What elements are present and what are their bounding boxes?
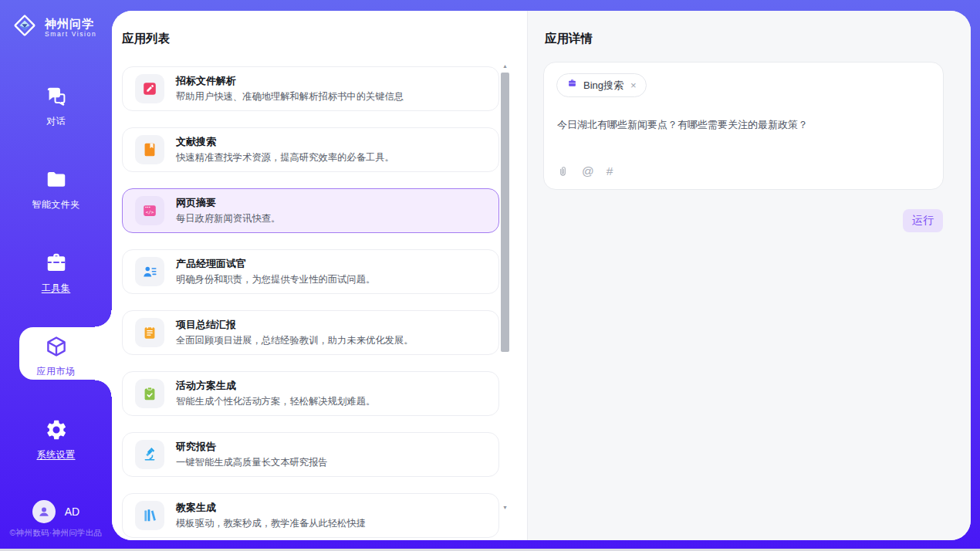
doc-pen-icon xyxy=(135,74,164,103)
copyright: ©神州数码·神州问学出品 xyxy=(0,528,112,539)
app-card-description: 快速精准查找学术资源，提高研究效率的必备工具。 xyxy=(176,151,394,164)
mention-at-icon[interactable]: @ xyxy=(582,164,594,178)
sidebar-item-label: 智能文件夹 xyxy=(0,198,112,211)
sidebar-item-market[interactable]: 应用市场 xyxy=(0,335,112,378)
run-button[interactable]: 运行 xyxy=(903,209,943,232)
folder-icon xyxy=(45,168,68,191)
app-card-title: 活动方案生成 xyxy=(176,379,375,393)
tool-tag-label: Bing搜索 xyxy=(583,79,623,93)
brand-name: 神州问学 xyxy=(45,17,96,30)
chat-icon xyxy=(45,85,68,108)
sidebar: 神州问学 Smart Vision 对话智能文件夹工具集应用市场系统设置 AD … xyxy=(0,0,112,551)
diamond-logo-icon xyxy=(11,12,39,42)
query-input-text[interactable]: 今日湖北有哪些新闻要点？有哪些需要关注的最新政策？ xyxy=(557,118,931,132)
briefcase-icon xyxy=(566,78,578,93)
app-card-title: 招标文件解析 xyxy=(176,74,404,88)
app-card[interactable]: </>网页摘要每日政府新闻资讯快查。 xyxy=(122,188,499,233)
paperclip-icon[interactable] xyxy=(556,165,569,178)
app-card-title: 项目总结汇报 xyxy=(176,318,413,332)
app-card-title: 文献搜索 xyxy=(176,135,394,149)
brand-subtitle: Smart Vision xyxy=(45,30,96,38)
scrollbar-thumb[interactable] xyxy=(501,73,509,352)
app-card-description: 明确身份和职责，为您提供专业性的面试问题。 xyxy=(176,273,375,286)
app-card[interactable]: 招标文件解析帮助用户快速、准确地理解和解析招标书中的关键信息 xyxy=(122,66,499,111)
sidebar-item-label: 应用市场 xyxy=(0,365,112,378)
microscope-icon xyxy=(135,440,164,469)
app-card-title: 教案生成 xyxy=(176,501,366,515)
app-detail-title: 应用详情 xyxy=(545,31,593,47)
app-card[interactable]: 文献搜索快速精准查找学术资源，提高研究效率的必备工具。 xyxy=(122,127,499,172)
app-list-section: 应用列表 招标文件解析帮助用户快速、准确地理解和解析招标书中的关键信息文献搜索快… xyxy=(112,11,527,540)
app-card-description: 帮助用户快速、准确地理解和解析招标书中的关键信息 xyxy=(176,90,404,103)
main-panel: 应用列表 招标文件解析帮助用户快速、准确地理解和解析招标书中的关键信息文献搜索快… xyxy=(112,11,971,540)
user-profile[interactable]: AD xyxy=(0,500,112,523)
sidebar-item-label: 系统设置 xyxy=(0,448,112,461)
avatar xyxy=(32,500,56,523)
clipboard-check-icon xyxy=(135,379,164,408)
sidebar-item-label: 工具集 xyxy=(0,282,112,295)
app-card[interactable]: 研究报告一键智能生成高质量长文本研究报告 xyxy=(122,432,499,477)
toolbox-icon xyxy=(45,252,68,275)
app-card[interactable]: 产品经理面试官明确身份和职责，为您提供专业性的面试问题。 xyxy=(122,249,499,294)
app-card-title: 网页摘要 xyxy=(176,196,280,210)
sidebar-item-tools[interactable]: 工具集 xyxy=(0,252,112,295)
person-list-icon xyxy=(135,257,164,286)
app-card-description: 全面回顾项目进展，总结经验教训，助力未来优化发展。 xyxy=(176,334,413,347)
app-card-title: 产品经理面试官 xyxy=(176,257,375,271)
books-icon xyxy=(135,501,164,530)
app-card-description: 智能生成个性化活动方案，轻松解决规划难题。 xyxy=(176,395,375,408)
app-card-description: 一键智能生成高质量长文本研究报告 xyxy=(176,456,328,469)
app-card-description: 每日政府新闻资讯快查。 xyxy=(176,212,280,225)
cube-icon xyxy=(45,335,68,358)
query-composer[interactable]: Bing搜索 × 今日湖北有哪些新闻要点？有哪些需要关注的最新政策？ @ # xyxy=(543,62,944,190)
hash-icon[interactable]: # xyxy=(607,164,613,178)
app-detail-section: 应用详情 Bing搜索 × 今日湖北有哪些新闻要点？有哪些需要关注的最新政策？ … xyxy=(527,11,971,540)
gear-icon xyxy=(45,418,68,441)
book-icon xyxy=(135,135,164,164)
sidebar-item-label: 对话 xyxy=(0,115,112,128)
user-initials: AD xyxy=(65,505,79,518)
sidebar-item-folders[interactable]: 智能文件夹 xyxy=(0,168,112,211)
app-card[interactable]: 项目总结汇报全面回顾项目进展，总结经验教训，助力未来优化发展。 xyxy=(122,310,499,355)
svg-text:</>: </> xyxy=(146,209,154,215)
notepad-icon xyxy=(135,318,164,347)
sidebar-item-chat[interactable]: 对话 xyxy=(0,85,112,128)
app-list-title: 应用列表 xyxy=(122,31,170,47)
close-icon[interactable]: × xyxy=(630,80,637,90)
browser-code-icon: </> xyxy=(135,196,164,225)
app-logo: 神州问学 Smart Vision xyxy=(11,12,96,42)
composer-toolbar: @ # xyxy=(556,164,613,178)
app-card[interactable]: 活动方案生成智能生成个性化活动方案，轻松解决规划难题。 xyxy=(122,371,499,416)
app-card-title: 研究报告 xyxy=(176,440,328,454)
tool-tag-bing[interactable]: Bing搜索 × xyxy=(556,73,647,97)
sidebar-item-settings[interactable]: 系统设置 xyxy=(0,418,112,461)
app-card-list: 招标文件解析帮助用户快速、准确地理解和解析招标书中的关键信息文献搜索快速精准查找… xyxy=(122,66,499,540)
scroll-down-arrow-icon[interactable]: ▼ xyxy=(500,503,510,512)
scrollbar: ▲ ▼ xyxy=(500,62,510,534)
app-card-description: 模板驱动，教案秒成，教学准备从此轻松快捷 xyxy=(176,517,366,530)
app-card[interactable]: 教案生成模板驱动，教案秒成，教学准备从此轻松快捷 xyxy=(122,493,499,538)
scroll-up-arrow-icon[interactable]: ▲ xyxy=(500,62,510,71)
